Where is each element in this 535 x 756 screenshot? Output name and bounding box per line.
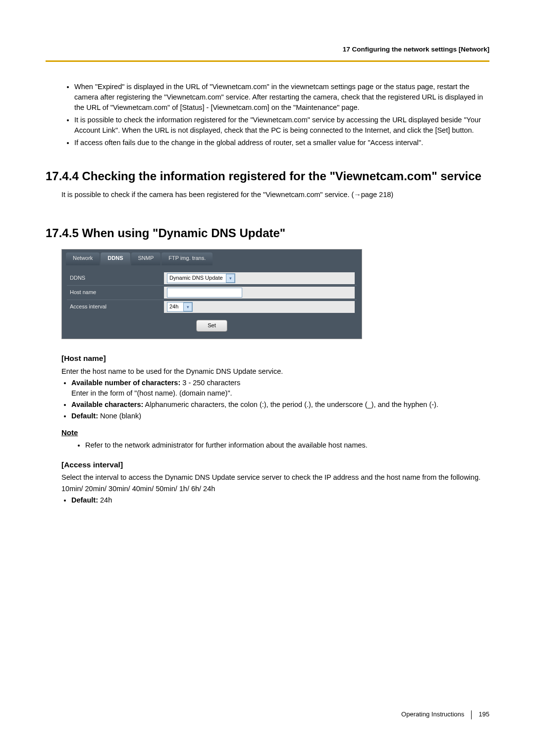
param-bold: Available characters:: [71, 401, 143, 408]
param-rest: Alphanumeric characters, the colon (:), …: [143, 401, 438, 408]
label-access-interval: Access interval: [67, 303, 164, 311]
intro-bullet: When "Expired" is displayed in the URL o…: [74, 82, 489, 113]
page-footer: Operating Instructions 195: [401, 710, 489, 719]
param-rest: 3 - 250 characters: [180, 379, 240, 387]
note-list: Refer to the network administrator for f…: [85, 440, 489, 451]
param-bold: Default:: [71, 412, 98, 420]
chevron-down-icon[interactable]: ▾: [226, 274, 235, 283]
access-interval-head: [Access interval]: [61, 459, 489, 470]
param-bold: Default:: [71, 496, 98, 504]
access-interval-options: 10min/ 20min/ 30min/ 40min/ 50min/ 1h/ 6…: [61, 484, 489, 494]
footer-divider: [471, 710, 472, 719]
label-hostname: Host name: [67, 289, 164, 297]
access-interval-default-list: Default: 24h: [71, 495, 489, 505]
footer-doc-name: Operating Instructions: [401, 710, 464, 719]
page-ref-link[interactable]: page 218: [361, 191, 391, 199]
form-row-hostname: Host name: [67, 285, 357, 300]
note-item: Refer to the network administrator for f…: [85, 440, 489, 451]
dropdown-value: Dynamic DNS Update: [169, 274, 224, 282]
hostname-head: [Host name]: [61, 353, 489, 364]
hostname-intro: Enter the host name to be used for the D…: [61, 366, 489, 377]
dropdown-access-interval[interactable]: 24h ▾: [167, 302, 193, 312]
text: It is possible to check if the camera ha…: [61, 191, 354, 199]
note-head: Note: [61, 427, 489, 438]
dropdown-value: 24h: [169, 303, 181, 311]
list-item: Available characters: Alphanumeric chara…: [71, 400, 489, 410]
tab-bar: Network DDNS SNMP FTP img. trans.: [62, 250, 362, 265]
ddns-settings-screenshot: Network DDNS SNMP FTP img. trans. DDNS D…: [61, 249, 362, 339]
list-item: Default: None (blank): [71, 411, 489, 421]
access-interval-intro: Select the interval to access the Dynami…: [61, 472, 489, 483]
label-ddns: DDNS: [67, 274, 164, 282]
input-hostname[interactable]: [167, 288, 242, 298]
tab-ddns[interactable]: DDNS: [101, 252, 130, 265]
tab-ftp[interactable]: FTP img. trans.: [161, 252, 213, 265]
list-item: Default: 24h: [71, 495, 489, 505]
header-section-path: 17 Configuring the network settings [Net…: [46, 45, 489, 54]
hostname-param-list: Available number of characters: 3 - 250 …: [71, 378, 489, 421]
intro-bullet-list: When "Expired" is displayed in the URL o…: [74, 82, 489, 148]
arrow-icon: →: [354, 191, 361, 199]
section-1744-body: It is possible to check if the camera ha…: [61, 190, 489, 200]
chevron-down-icon[interactable]: ▾: [183, 302, 192, 311]
param-rest: 24h: [98, 496, 112, 504]
param-rest: None (blank): [98, 412, 141, 420]
tab-network[interactable]: Network: [66, 252, 100, 265]
dropdown-ddns[interactable]: Dynamic DNS Update ▾: [167, 273, 235, 283]
section-1745-title: 17.4.5 When using "Dynamic DNS Update": [46, 225, 489, 242]
header-rule: [46, 60, 489, 62]
footer-page-number: 195: [479, 710, 489, 719]
form-row-ddns: DDNS Dynamic DNS Update ▾: [67, 271, 357, 285]
list-item: Available number of characters: 3 - 250 …: [71, 378, 489, 399]
form-row-access-interval: Access interval 24h ▾: [67, 300, 357, 314]
set-button[interactable]: Set: [196, 320, 227, 332]
tab-snmp[interactable]: SNMP: [131, 252, 161, 265]
section-1744-title: 17.4.4 Checking the information register…: [46, 168, 489, 185]
param-bold: Available number of characters:: [71, 379, 180, 387]
intro-bullet: It is possible to check the information …: [74, 115, 489, 136]
param-subline: Enter in the form of "(host name). (doma…: [71, 388, 489, 399]
text: ): [391, 191, 393, 199]
intro-bullet: If access often fails due to the change …: [74, 138, 489, 148]
